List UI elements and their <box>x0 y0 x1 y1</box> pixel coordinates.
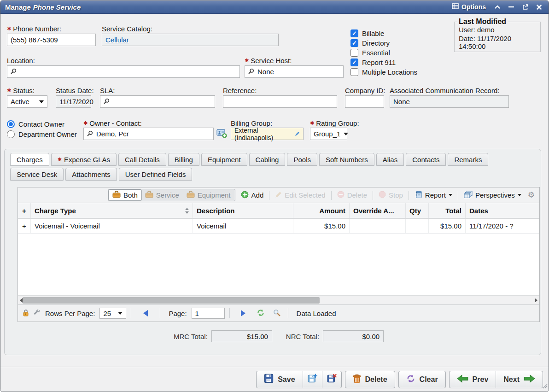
service-button[interactable]: Service <box>141 190 183 200</box>
dates-column-header[interactable]: Dates <box>466 203 539 218</box>
status-select[interactable]: Active <box>7 95 47 108</box>
page-input[interactable] <box>192 308 225 319</box>
add-contact-icon[interactable] <box>216 129 227 140</box>
row-expander[interactable]: + <box>18 219 31 233</box>
rows-per-page-label: Rows Per Page: <box>45 310 95 317</box>
table-row[interactable]: + Voicemail - Voicemail Voicemail $15.00… <box>18 219 539 234</box>
toolbox-icon <box>187 191 195 199</box>
charge-type-column-header[interactable]: Charge Type <box>31 203 193 218</box>
department-owner-radio[interactable]: Department Owner <box>7 130 77 138</box>
tab-charges[interactable]: Charges <box>10 153 49 166</box>
reference-input[interactable] <box>223 95 337 108</box>
charges-toolbar: Both Service Equipment <box>18 187 539 203</box>
service-host-input[interactable]: None <box>245 65 344 78</box>
tab-equipment[interactable]: Equipment <box>201 153 247 166</box>
edit-pencil-icon[interactable] <box>295 130 300 138</box>
tab-user-defined-fields[interactable]: User Defined Fields <box>119 168 193 181</box>
popout-icon[interactable] <box>520 3 530 11</box>
delete-row-button[interactable]: Delete <box>335 190 369 200</box>
grid-header-row: + Charge Type Description Amount Overrid… <box>18 203 539 219</box>
tab-remarks[interactable]: Remarks <box>448 153 488 166</box>
next-page-icon[interactable] <box>241 310 245 316</box>
tab-soft-numbers[interactable]: Soft Numbers <box>319 153 374 166</box>
chevron-down-icon <box>118 312 123 315</box>
delete-button[interactable]: Delete <box>345 371 395 388</box>
sla-label: SLA: <box>100 87 115 94</box>
search-grid-icon[interactable] <box>273 309 280 318</box>
tab-expense-glas[interactable]: ✱Expense GLAs <box>51 153 117 166</box>
toolbar-divider <box>331 191 332 200</box>
search-icon <box>104 98 110 105</box>
save-close-floppy-icon <box>327 374 337 385</box>
tab-cabling[interactable]: Cabling <box>249 153 286 166</box>
essential-checkbox[interactable]: Essential <box>350 49 390 57</box>
directory-checkbox[interactable]: Directory <box>350 39 390 47</box>
save-button[interactable]: Save <box>257 371 302 388</box>
options-button[interactable]: Options <box>449 2 489 12</box>
override-amount-column-header[interactable]: Override A... <box>350 203 406 218</box>
detail-panel: Charges ✱Expense GLAs Call Details Billi… <box>4 149 541 355</box>
save-and-close-button[interactable] <box>322 371 341 388</box>
expander-column-header[interactable]: + <box>18 203 31 218</box>
minimize-icon[interactable] <box>506 3 516 11</box>
service-catalog-link[interactable]: Cellular <box>105 36 129 44</box>
toolbox-icon <box>112 191 121 199</box>
billing-group-box[interactable]: External (Indianapolis) <box>231 128 304 140</box>
scrollbar-thumb[interactable] <box>23 297 320 304</box>
scroll-right-icon[interactable] <box>535 298 537 303</box>
rating-group-select[interactable]: Group_1 <box>310 128 347 140</box>
qty-column-header[interactable]: Qty <box>406 203 429 218</box>
prev-button[interactable]: Prev <box>450 371 496 388</box>
report-911-checkbox[interactable]: Report 911 <box>350 59 396 66</box>
perspectives-button[interactable]: Perspectives <box>461 190 524 201</box>
clear-button[interactable]: Clear <box>398 371 446 388</box>
tab-alias[interactable]: Alias <box>376 153 404 166</box>
save-and-new-button[interactable] <box>303 371 322 388</box>
stop-button[interactable]: Stop <box>376 190 405 200</box>
report-button[interactable]: Report <box>412 190 455 201</box>
window-title-emphasis: Phone Service <box>33 3 81 11</box>
equipment-button[interactable]: Equipment <box>183 190 234 200</box>
rows-per-page-select[interactable]: 25 <box>99 308 126 319</box>
radio-selected-icon <box>7 120 15 128</box>
next-button[interactable]: Next <box>496 371 543 388</box>
company-id-input[interactable] <box>345 95 384 108</box>
owner-contact-input[interactable]: Demo, Pcr <box>83 128 214 140</box>
checkbox-checked-icon <box>350 29 358 37</box>
description-column-header[interactable]: Description <box>193 203 293 218</box>
gear-icon[interactable]: ⚙ <box>527 191 536 199</box>
toolbar-divider <box>373 191 373 200</box>
contact-owner-radio[interactable]: Contact Owner <box>7 120 64 128</box>
both-button[interactable]: Both <box>109 190 141 200</box>
refresh-icon[interactable] <box>257 309 265 318</box>
sort-icon[interactable] <box>185 208 189 214</box>
tab-contacts[interactable]: Contacts <box>406 153 446 166</box>
tab-billing[interactable]: Billing <box>168 153 199 166</box>
add-button[interactable]: Add <box>239 190 266 201</box>
total-column-header[interactable]: Total <box>429 203 466 218</box>
edit-selected-button[interactable]: Edit Selected <box>273 190 327 200</box>
amount-column-header[interactable]: Amount <box>293 203 350 218</box>
tab-call-details[interactable]: Call Details <box>118 153 166 166</box>
checkbox-unchecked-icon <box>350 68 358 76</box>
location-input[interactable] <box>7 65 240 78</box>
sla-input[interactable] <box>100 95 215 108</box>
lock-icon[interactable] <box>23 309 29 318</box>
prev-page-icon[interactable] <box>143 310 148 316</box>
amount-cell: $15.00 <box>293 219 350 233</box>
wrench-icon[interactable] <box>34 309 41 317</box>
required-marker-icon: ✱ <box>7 88 11 93</box>
edit-pencil-icon <box>275 191 282 199</box>
horizontal-scrollbar[interactable] <box>18 295 539 305</box>
tab-attachments[interactable]: Attachments <box>65 168 117 181</box>
pager-divider <box>160 308 160 318</box>
tab-service-desk[interactable]: Service Desk <box>10 168 64 181</box>
multiple-locations-checkbox[interactable]: Multiple Locations <box>350 68 417 76</box>
collapse-icon[interactable] <box>492 3 502 11</box>
prev-arrow-icon <box>457 374 468 385</box>
tab-pools[interactable]: Pools <box>287 153 317 166</box>
billable-checkbox[interactable]: Billable <box>350 29 384 37</box>
phone-number-input[interactable] <box>7 34 96 46</box>
resize-handle[interactable] <box>542 382 548 391</box>
close-icon[interactable] <box>534 3 544 11</box>
